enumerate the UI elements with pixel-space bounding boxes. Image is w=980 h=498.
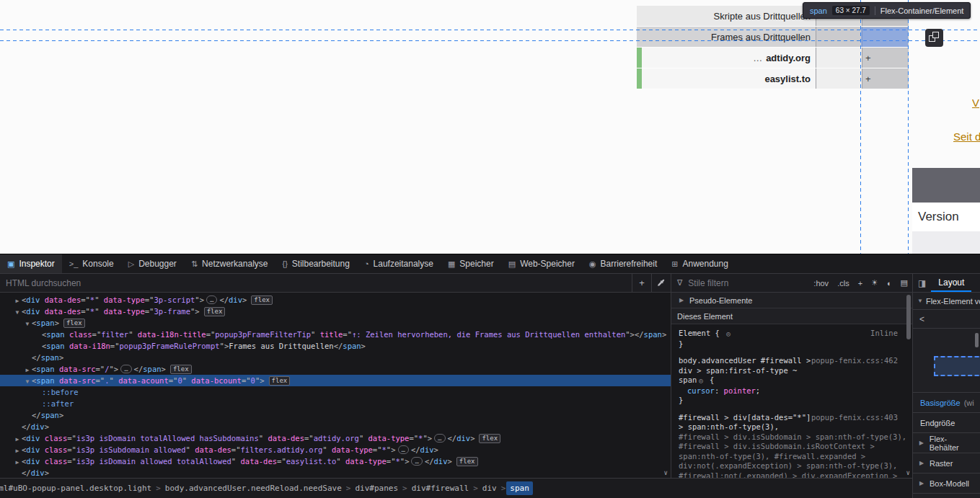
collapsed-content-pill[interactable]: … (434, 434, 445, 443)
markup-row[interactable]: ▶</div> (0, 467, 671, 478)
markup-row[interactable]: ▶<span class="filter" data-i18n-title="p… (0, 329, 671, 340)
markup-row[interactable]: ▶</div> (0, 421, 671, 432)
toggle-pseudo-classes-button[interactable]: :hov (809, 279, 833, 288)
markup-row[interactable]: ▼<span data-src="." data-acount="0" data… (0, 375, 671, 386)
markup-row[interactable]: ▶</span> (0, 409, 671, 421)
stylesheet-link[interactable]: popup-fenix.css:462 (811, 356, 898, 366)
scrollbar-thumb[interactable] (975, 333, 979, 347)
flex-badge[interactable]: flex (479, 434, 500, 443)
flex-back-button[interactable]: < (913, 310, 980, 329)
light-scheme-icon[interactable]: ☀ (867, 278, 883, 288)
this-element-header: Dieses Element (671, 308, 912, 324)
eyedropper-button[interactable] (651, 274, 671, 292)
popup-link-bottom[interactable]: Seit d (953, 130, 980, 143)
twisty-icon[interactable]: ▼ (23, 319, 32, 330)
firewall-rule-cell[interactable]: Skripte aus Drittquellen (637, 6, 816, 26)
breadcrumb-item[interactable]: body.advancedUser.needReload.needSave (162, 481, 345, 495)
style-filter-input[interactable] (682, 274, 809, 292)
scroll-down-icon[interactable]: ∨ (664, 469, 668, 476)
attr-value: filter (101, 330, 128, 339)
add-node-button[interactable]: + (632, 274, 651, 292)
firewall-global-cell[interactable] (816, 68, 862, 89)
layout-section-raster[interactable]: ▶Raster (913, 453, 980, 473)
tab-label: Web-Speicher (520, 259, 575, 269)
breadcrumb-item[interactable]: html#uBO-popup-panel.desktop.light (0, 481, 155, 495)
scroll-down-icon[interactable]: ∨ (906, 469, 910, 476)
toggle-classes-button[interactable]: .cls (833, 279, 854, 288)
firewall-global-cell[interactable] (816, 48, 862, 68)
punct: > (361, 342, 366, 350)
markup-row[interactable]: ▶<span data-src="/">…</span>flex (0, 363, 671, 375)
layout-section-box-modell[interactable]: ▶Box-Modell (913, 473, 980, 494)
markup-search-input[interactable] (0, 274, 632, 292)
popup-tool-icon[interactable] (925, 29, 943, 47)
markup-row[interactable]: ▶<div class="is3p isDomain allowed total… (0, 455, 671, 467)
breadcrumb-item[interactable]: span (506, 481, 533, 495)
firewall-rule-cell[interactable]: easylist.to (637, 68, 816, 89)
markup-pseudo-row[interactable]: ▶::before (0, 386, 671, 398)
tab-style-editor[interactable]: {}Stilbearbeitung (275, 254, 356, 273)
flex-badge[interactable]: flex (204, 307, 226, 316)
selector-text: #firewall:not(.expanded) > div.expandExc… (679, 471, 897, 479)
firewall-local-cell[interactable]: + (862, 48, 909, 68)
tab-debugger[interactable]: ▷Debugger (121, 254, 184, 273)
tab-network[interactable]: ⇅Netzwerkanalyse (184, 254, 275, 273)
flex-badge[interactable]: flex (251, 295, 273, 305)
twisty-icon[interactable]: ▼ (23, 376, 32, 388)
scrollbar-thumb[interactable] (906, 295, 911, 339)
markup-row[interactable]: ▼<span>flex (0, 317, 671, 329)
firewall-rule-cell[interactable]: …adtidy.org (637, 48, 816, 68)
breadcrumb-item[interactable]: div#panes (351, 481, 402, 495)
punct: > (200, 295, 204, 304)
layout-section-flex-beh-lter[interactable]: ▶Flex-Behälter (913, 433, 980, 453)
pseudo-elements-header[interactable]: ▶ Pseudo-Elemente (671, 293, 912, 308)
collapsed-content-pill[interactable]: … (411, 457, 422, 466)
twisty-icon[interactable]: ▼ (13, 307, 22, 319)
markup-row[interactable]: ▶<div class="is3p isDomain totalAllowed … (0, 432, 671, 444)
selector-highlight-icon[interactable]: ◎ (699, 377, 702, 384)
declaration-line[interactable]: cursor: pointer; (679, 386, 905, 396)
tag-name: span (41, 411, 59, 419)
tab-inspector[interactable]: ▣Inspektor (0, 254, 62, 273)
tab-console[interactable]: >_Konsole (62, 254, 121, 273)
flex-badge[interactable]: flex (456, 457, 478, 466)
tag-name: div (456, 434, 470, 443)
sidebar-toggle-icon[interactable]: ◨ (913, 278, 931, 288)
firewall-local-cell[interactable]: + (862, 68, 909, 89)
flex-badge[interactable]: flex (170, 365, 192, 374)
dark-scheme-icon[interactable]: ◐ (883, 279, 896, 288)
tab-accessibility[interactable]: ◉Barrierefreiheit (582, 254, 664, 273)
flex-badge[interactable]: flex (269, 376, 291, 386)
stylesheet-link[interactable]: popup-fenix.css:403 (811, 413, 898, 423)
collapsed-content-pill[interactable]: … (206, 295, 217, 304)
collapsed-content-pill[interactable]: … (398, 445, 409, 454)
markup-pseudo-row[interactable]: ▶::after (0, 398, 671, 409)
attr-name: data-src (59, 365, 96, 373)
print-media-icon[interactable]: ▤ (896, 278, 912, 288)
selector-highlight-icon[interactable]: ◎ (726, 330, 730, 337)
popup-link-top[interactable]: V (972, 97, 980, 109)
attr-name: data-des (195, 445, 231, 454)
punct: > (195, 307, 199, 316)
markup-row[interactable]: ▶<div data-des="*" data-type="3p-script"… (0, 294, 671, 306)
tab-label: Barrierefreiheit (601, 259, 658, 269)
markup-row[interactable]: ▶<div class="is3p isSubdomain allowed" d… (0, 444, 671, 455)
tab-layout[interactable]: Layout (931, 274, 971, 292)
punct: > (45, 422, 49, 431)
flex-item-header[interactable]: ▼ Flex-Element von div (913, 293, 980, 310)
markup-row[interactable]: ▶</span> (0, 352, 671, 363)
markup-row[interactable]: ▼<div data-des="*" data-type="3p-frame">… (0, 306, 671, 317)
selector-line: span:nth-of-type(3), #firewall.expanded … (679, 452, 905, 462)
tab-storage[interactable]: ▤Web-Speicher (501, 254, 582, 273)
add-rule-button[interactable]: + (854, 279, 867, 288)
tab-application[interactable]: ⊞Anwendung (664, 254, 736, 273)
tab-performance[interactable]: ◔Laufzeitanalyse (357, 254, 441, 273)
punct: > (45, 468, 49, 477)
collapsed-content-pill[interactable]: … (120, 365, 131, 373)
breadcrumb-item[interactable]: div#firewall (408, 481, 472, 495)
flex-badge[interactable]: flex (63, 319, 85, 328)
tab-memory[interactable]: ▦Speicher (441, 254, 501, 273)
punct: </ (334, 342, 343, 350)
markup-row[interactable]: ▶<span data-i18n="popup3pFrameRulePrompt… (0, 340, 671, 352)
breadcrumb-item[interactable]: div (479, 481, 500, 495)
